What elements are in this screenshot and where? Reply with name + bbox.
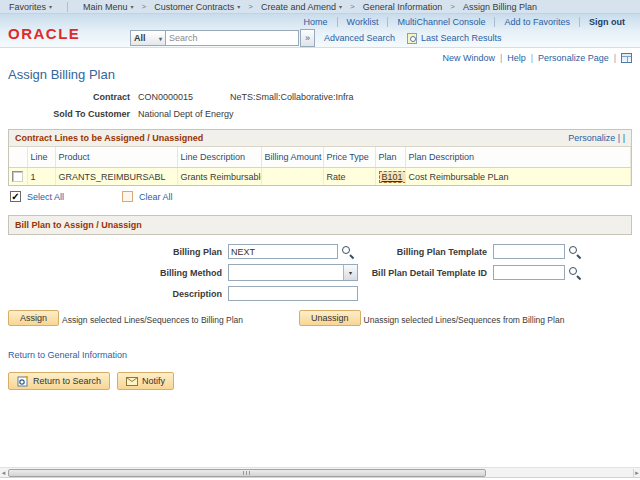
bill-plan-form: Billing Plan Billing Plan Template Billi…	[0, 243, 640, 302]
main-menu-label: Main Menu	[83, 2, 128, 12]
contract-number: CON0000015	[138, 92, 230, 102]
contract-row: Contract CON0000015 NeTS:Small:Collabora…	[0, 92, 640, 102]
last-search-results-icon	[407, 33, 417, 44]
lookup-magnifier-icon[interactable]	[568, 266, 581, 279]
select-column-header	[9, 147, 27, 168]
clear-all-checkbox[interactable]	[122, 191, 133, 202]
chevron-down-icon: ▾	[159, 35, 162, 42]
notify-label: Notify	[142, 376, 165, 386]
plan-link[interactable]: B101	[379, 171, 406, 183]
customer-contracts-label: Customer Contracts	[154, 2, 234, 12]
advanced-search-link[interactable]: Advanced Search	[324, 33, 395, 43]
billing-plan-input[interactable]	[228, 244, 338, 259]
scrollbar-grip	[243, 471, 252, 475]
contract-description: NeTS:Small:Collaborative:Infra	[230, 92, 354, 102]
column-header-price-type: Price Type	[323, 147, 375, 168]
contract-lines-table: Line Product Line Description Billing Am…	[9, 147, 631, 185]
description-label: Description	[0, 289, 228, 299]
grid-window-icon[interactable]	[621, 53, 632, 63]
separator: |	[614, 53, 616, 63]
search-scope-value: All	[134, 33, 146, 43]
page-action-bar: New Window | Help | Personalize Page |	[0, 48, 640, 63]
cell-billing-amount	[261, 168, 323, 186]
assign-caption: Assign selected Lines/Sequences to Billi…	[62, 315, 299, 326]
main-menu[interactable]: Main Menu ▾	[78, 2, 139, 12]
contract-label: Contract	[0, 92, 138, 102]
billing-method-row: Billing Method ▾ Bill Plan Detail Templa…	[0, 264, 640, 281]
billing-method-select[interactable]: ▾	[228, 264, 358, 281]
cell-line-description: Grants Reimbursable	[177, 168, 261, 186]
favorites-menu[interactable]: Favorites ▾	[4, 2, 57, 12]
sold-to-customer: National Dept of Energy	[138, 109, 234, 119]
column-header-product: Product	[55, 147, 177, 168]
search-input[interactable]	[166, 30, 299, 46]
chevron-down-icon: ▾	[131, 3, 134, 10]
return-to-search-button[interactable]: Return to Search	[8, 372, 110, 390]
lookup-magnifier-icon[interactable]	[341, 245, 354, 258]
bill-plan-detail-template-input[interactable]	[493, 265, 565, 280]
bill-plan-section-title: Bill Plan to Assign / Unassign	[15, 220, 142, 230]
help-link[interactable]: Help	[502, 53, 531, 63]
chevron-down-icon: ▾	[339, 3, 342, 10]
cell-plan-description: Cost Reimbursable PLan	[405, 168, 631, 186]
assign-billing-plan-crumb-label: Assign Billing Plan	[463, 2, 537, 12]
horizontal-scrollbar[interactable]: ◄ ►	[0, 467, 640, 478]
unassign-caption: Unassign selected Lines/Sequences from B…	[364, 315, 565, 326]
bill-plan-section-header: Bill Plan to Assign / Unassign	[8, 215, 632, 235]
bill-plan-detail-template-label: Bill Plan Detail Template ID	[363, 268, 493, 278]
breadcrumb-separator: >	[245, 2, 256, 11]
sold-to-label: Sold To Customer	[0, 109, 138, 119]
scroll-right-arrow[interactable]: ►	[633, 469, 640, 477]
select-all-link[interactable]: Select All	[27, 192, 64, 202]
cell-product: GRANTS_REIMBURSABL	[55, 168, 177, 186]
row-select-checkbox[interactable]	[12, 171, 23, 182]
billing-method-label: Billing Method	[0, 268, 228, 278]
worklist-link[interactable]: Worklist	[338, 17, 389, 27]
scrollbar-thumb[interactable]	[8, 469, 486, 477]
chevron-down-icon: ▾	[237, 3, 240, 10]
selection-controls: ✓ Select All Clear All	[10, 191, 640, 202]
clear-all-link[interactable]: Clear All	[139, 192, 173, 202]
assign-button[interactable]: Assign	[8, 310, 59, 326]
add-to-favorites-link[interactable]: Add to Favorites	[495, 17, 580, 27]
column-header-line-description: Line Description	[177, 147, 261, 168]
contract-lines-title: Contract Lines to be Assigned / Unassign…	[15, 133, 203, 143]
breadcrumb-separator: >	[347, 2, 358, 11]
contract-lines-section: Contract Lines to be Assigned / Unassign…	[8, 129, 632, 186]
breadcrumb-separator: >	[139, 2, 150, 11]
description-input[interactable]	[228, 286, 358, 301]
favorites-label: Favorites	[9, 2, 46, 12]
cell-line: 1	[27, 168, 55, 186]
last-search-results-link[interactable]: Last Search Results	[421, 33, 502, 43]
return-to-search-label: Return to Search	[33, 376, 101, 386]
multichannel-console-link[interactable]: MultiChannel Console	[388, 17, 495, 27]
breadcrumb: Favorites ▾ Main Menu ▾ > Customer Contr…	[0, 0, 640, 14]
breadcrumb-general-information[interactable]: General Information	[358, 2, 448, 12]
breadcrumb-create-and-amend[interactable]: Create and Amend ▾	[256, 2, 347, 12]
column-header-line: Line	[27, 147, 55, 168]
billing-plan-template-input[interactable]	[493, 244, 565, 259]
chevron-down-icon: ▾	[343, 265, 357, 280]
oracle-logo[interactable]: ORACLE	[8, 25, 80, 42]
contract-lines-header: Contract Lines to be Assigned / Unassign…	[9, 130, 631, 147]
billing-plan-label: Billing Plan	[0, 247, 228, 257]
notify-button[interactable]: Notify	[117, 372, 174, 390]
column-header-billing-amount: Billing Amount	[261, 147, 323, 168]
search-go-button[interactable]: »	[300, 29, 315, 47]
footer-toolbar: Return to Search Notify	[8, 372, 640, 390]
breadcrumb-assign-billing-plan: Assign Billing Plan	[458, 2, 542, 12]
breadcrumb-customer-contracts[interactable]: Customer Contracts ▾	[149, 2, 245, 12]
sign-out-link[interactable]: Sign out	[580, 17, 634, 27]
scroll-left-arrow[interactable]: ◄	[0, 469, 7, 477]
grid-personalize-link[interactable]: Personalize | |	[568, 133, 625, 143]
chevron-down-icon: ▾	[49, 3, 52, 10]
assign-actions: Assign Assign selected Lines/Sequences t…	[8, 310, 640, 326]
lookup-magnifier-icon[interactable]	[568, 245, 581, 258]
select-all-checkbox[interactable]: ✓	[10, 191, 21, 202]
return-to-general-information-link[interactable]: Return to General Information	[8, 350, 127, 360]
search-scope-dropdown[interactable]: All ▾	[130, 30, 166, 46]
new-window-link[interactable]: New Window	[437, 53, 500, 63]
personalize-page-link[interactable]: Personalize Page	[533, 53, 614, 63]
home-link[interactable]: Home	[295, 17, 338, 27]
unassign-button[interactable]: Unassign	[299, 310, 361, 326]
